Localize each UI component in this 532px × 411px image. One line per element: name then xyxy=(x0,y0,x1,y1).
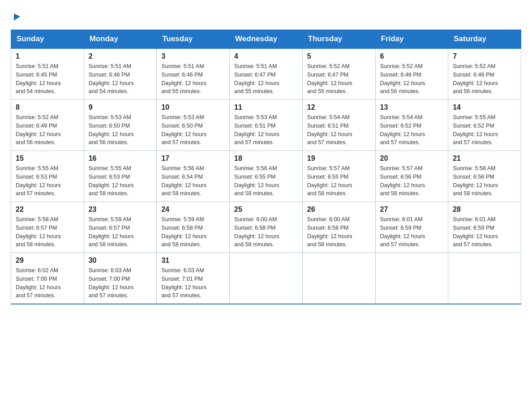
calendar-cell xyxy=(375,253,448,304)
day-info: Sunrise: 5:51 AM Sunset: 6:47 PM Dayligh… xyxy=(234,62,298,96)
day-info: Sunrise: 5:58 AM Sunset: 6:56 PM Dayligh… xyxy=(453,164,516,198)
day-number: 29 xyxy=(16,257,79,265)
day-info: Sunrise: 5:58 AM Sunset: 6:57 PM Dayligh… xyxy=(16,215,79,249)
day-number: 13 xyxy=(380,103,444,111)
day-number: 9 xyxy=(89,103,152,111)
day-info: Sunrise: 5:57 AM Sunset: 6:56 PM Dayligh… xyxy=(380,164,444,198)
day-info: Sunrise: 5:51 AM Sunset: 6:45 PM Dayligh… xyxy=(16,62,79,96)
day-info: Sunrise: 5:51 AM Sunset: 6:46 PM Dayligh… xyxy=(161,62,225,96)
day-info: Sunrise: 6:01 AM Sunset: 6:59 PM Dayligh… xyxy=(453,215,516,249)
day-info: Sunrise: 5:52 AM Sunset: 6:48 PM Dayligh… xyxy=(380,62,444,96)
day-number: 5 xyxy=(307,52,371,60)
calendar-cell: 27 Sunrise: 6:01 AM Sunset: 6:59 PM Dayl… xyxy=(375,202,448,253)
calendar-cell: 26 Sunrise: 6:00 AM Sunset: 6:58 PM Dayl… xyxy=(302,202,375,253)
logo-arrow-icon xyxy=(12,12,22,21)
day-number: 23 xyxy=(89,206,152,214)
calendar-header-row: Sunday Monday Tuesday Wednesday Thursday… xyxy=(11,30,521,49)
logo xyxy=(11,11,22,22)
calendar-cell: 2 Sunrise: 5:51 AM Sunset: 6:46 PM Dayli… xyxy=(84,48,157,100)
calendar-cell: 4 Sunrise: 5:51 AM Sunset: 6:47 PM Dayli… xyxy=(230,48,303,100)
calendar-cell: 29 Sunrise: 6:02 AM Sunset: 7:00 PM Dayl… xyxy=(11,253,84,304)
day-number: 24 xyxy=(161,206,225,214)
day-number: 15 xyxy=(16,154,79,163)
day-number: 7 xyxy=(453,52,516,60)
day-info: Sunrise: 5:52 AM Sunset: 6:49 PM Dayligh… xyxy=(16,113,79,147)
day-number: 4 xyxy=(234,52,298,60)
calendar-cell: 1 Sunrise: 5:51 AM Sunset: 6:45 PM Dayli… xyxy=(11,48,84,100)
day-number: 11 xyxy=(234,103,298,111)
calendar-cell xyxy=(230,253,303,304)
day-number: 30 xyxy=(89,257,152,265)
day-info: Sunrise: 5:54 AM Sunset: 6:52 PM Dayligh… xyxy=(380,113,444,147)
calendar-table: Sunday Monday Tuesday Wednesday Thursday… xyxy=(11,30,521,304)
calendar-cell: 18 Sunrise: 5:56 AM Sunset: 6:55 PM Dayl… xyxy=(230,151,303,202)
calendar-cell: 11 Sunrise: 5:53 AM Sunset: 6:51 PM Dayl… xyxy=(230,100,303,151)
day-number: 26 xyxy=(307,206,371,214)
day-number: 22 xyxy=(16,206,79,214)
calendar-cell: 6 Sunrise: 5:52 AM Sunset: 6:48 PM Dayli… xyxy=(375,48,448,100)
day-info: Sunrise: 6:02 AM Sunset: 7:00 PM Dayligh… xyxy=(16,266,79,300)
day-number: 27 xyxy=(380,206,444,214)
day-info: Sunrise: 5:55 AM Sunset: 6:52 PM Dayligh… xyxy=(453,113,516,147)
day-info: Sunrise: 5:55 AM Sunset: 6:53 PM Dayligh… xyxy=(89,164,152,198)
day-number: 12 xyxy=(307,103,371,111)
day-number: 25 xyxy=(234,206,298,214)
day-info: Sunrise: 6:00 AM Sunset: 6:58 PM Dayligh… xyxy=(234,215,298,249)
header-tuesday: Tuesday xyxy=(157,30,230,49)
day-info: Sunrise: 5:56 AM Sunset: 6:54 PM Dayligh… xyxy=(161,164,225,198)
day-number: 3 xyxy=(161,52,225,60)
day-number: 28 xyxy=(453,206,516,214)
calendar-cell: 25 Sunrise: 6:00 AM Sunset: 6:58 PM Dayl… xyxy=(230,202,303,253)
day-number: 20 xyxy=(380,154,444,163)
day-number: 8 xyxy=(16,103,79,111)
calendar-cell: 13 Sunrise: 5:54 AM Sunset: 6:52 PM Dayl… xyxy=(375,100,448,151)
header-saturday: Saturday xyxy=(448,30,521,49)
calendar-cell: 20 Sunrise: 5:57 AM Sunset: 6:56 PM Dayl… xyxy=(375,151,448,202)
svg-marker-0 xyxy=(14,13,20,21)
calendar-cell: 28 Sunrise: 6:01 AM Sunset: 6:59 PM Dayl… xyxy=(448,202,521,253)
day-info: Sunrise: 5:53 AM Sunset: 6:50 PM Dayligh… xyxy=(161,113,225,147)
day-number: 21 xyxy=(453,154,516,163)
day-number: 1 xyxy=(16,52,79,60)
day-number: 16 xyxy=(89,154,152,163)
calendar-cell: 8 Sunrise: 5:52 AM Sunset: 6:49 PM Dayli… xyxy=(11,100,84,151)
calendar-cell: 12 Sunrise: 5:54 AM Sunset: 6:51 PM Dayl… xyxy=(302,100,375,151)
calendar-cell: 9 Sunrise: 5:53 AM Sunset: 6:50 PM Dayli… xyxy=(84,100,157,151)
calendar-cell: 30 Sunrise: 6:03 AM Sunset: 7:00 PM Dayl… xyxy=(84,253,157,304)
header-sunday: Sunday xyxy=(11,30,84,49)
calendar-cell: 22 Sunrise: 5:58 AM Sunset: 6:57 PM Dayl… xyxy=(11,202,84,253)
calendar-week-row: 1 Sunrise: 5:51 AM Sunset: 6:45 PM Dayli… xyxy=(11,48,521,100)
day-number: 14 xyxy=(453,103,516,111)
calendar-week-row: 15 Sunrise: 5:55 AM Sunset: 6:53 PM Dayl… xyxy=(11,151,521,202)
calendar-cell: 15 Sunrise: 5:55 AM Sunset: 6:53 PM Dayl… xyxy=(11,151,84,202)
day-number: 17 xyxy=(161,154,225,163)
calendar-week-row: 8 Sunrise: 5:52 AM Sunset: 6:49 PM Dayli… xyxy=(11,100,521,151)
calendar-cell xyxy=(448,253,521,304)
calendar-cell xyxy=(302,253,375,304)
calendar-cell: 31 Sunrise: 6:03 AM Sunset: 7:01 PM Dayl… xyxy=(157,253,230,304)
calendar-cell: 17 Sunrise: 5:56 AM Sunset: 6:54 PM Dayl… xyxy=(157,151,230,202)
day-info: Sunrise: 6:01 AM Sunset: 6:59 PM Dayligh… xyxy=(380,215,444,249)
day-info: Sunrise: 5:59 AM Sunset: 6:57 PM Dayligh… xyxy=(89,215,152,249)
day-info: Sunrise: 5:54 AM Sunset: 6:51 PM Dayligh… xyxy=(307,113,371,147)
calendar-cell: 19 Sunrise: 5:57 AM Sunset: 6:55 PM Dayl… xyxy=(302,151,375,202)
header-friday: Friday xyxy=(375,30,448,49)
calendar-cell: 23 Sunrise: 5:59 AM Sunset: 6:57 PM Dayl… xyxy=(84,202,157,253)
day-info: Sunrise: 5:51 AM Sunset: 6:46 PM Dayligh… xyxy=(89,62,152,96)
calendar-week-row: 22 Sunrise: 5:58 AM Sunset: 6:57 PM Dayl… xyxy=(11,202,521,253)
day-info: Sunrise: 6:00 AM Sunset: 6:58 PM Dayligh… xyxy=(307,215,371,249)
calendar-cell: 16 Sunrise: 5:55 AM Sunset: 6:53 PM Dayl… xyxy=(84,151,157,202)
header-thursday: Thursday xyxy=(302,30,375,49)
header-wednesday: Wednesday xyxy=(230,30,303,49)
day-info: Sunrise: 5:59 AM Sunset: 6:58 PM Dayligh… xyxy=(161,215,225,249)
day-info: Sunrise: 5:53 AM Sunset: 6:51 PM Dayligh… xyxy=(234,113,298,147)
day-number: 6 xyxy=(380,52,444,60)
day-number: 18 xyxy=(234,154,298,163)
calendar-cell: 21 Sunrise: 5:58 AM Sunset: 6:56 PM Dayl… xyxy=(448,151,521,202)
day-info: Sunrise: 6:03 AM Sunset: 7:00 PM Dayligh… xyxy=(89,266,152,300)
day-info: Sunrise: 5:52 AM Sunset: 6:47 PM Dayligh… xyxy=(307,62,371,96)
calendar-cell: 14 Sunrise: 5:55 AM Sunset: 6:52 PM Dayl… xyxy=(448,100,521,151)
day-number: 2 xyxy=(89,52,152,60)
calendar-week-row: 29 Sunrise: 6:02 AM Sunset: 7:00 PM Dayl… xyxy=(11,253,521,304)
calendar-cell: 7 Sunrise: 5:52 AM Sunset: 6:48 PM Dayli… xyxy=(448,48,521,100)
